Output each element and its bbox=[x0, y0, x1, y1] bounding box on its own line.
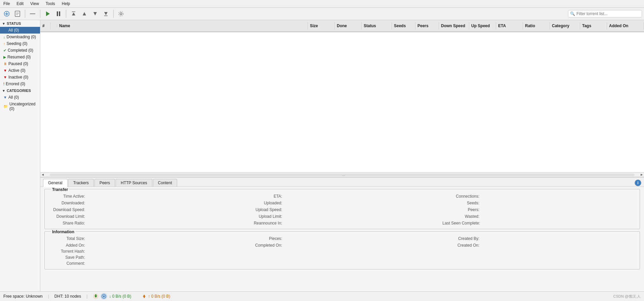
sidebar-item-all[interactable]: ▼ All (0) bbox=[0, 27, 40, 34]
col-header-tags[interactable]: Tags bbox=[580, 22, 607, 30]
tab-info-button[interactable]: i bbox=[635, 180, 641, 186]
col-header-num[interactable]: # bbox=[40, 22, 50, 30]
sidebar-item-errored[interactable]: ! Errored (0) bbox=[0, 81, 40, 87]
col-header-peers[interactable]: Peers bbox=[415, 22, 439, 30]
col-header-ratio[interactable]: Ratio bbox=[523, 22, 550, 30]
move-top-button[interactable] bbox=[69, 9, 78, 18]
tab-trackers[interactable]: Trackers bbox=[68, 179, 94, 187]
info-row-comment: Comment: bbox=[48, 260, 636, 266]
connections-label: Connections: bbox=[442, 194, 479, 199]
sidebar-item-resumed[interactable]: ▶ Resumed (0) bbox=[0, 54, 40, 60]
menu-tools[interactable]: Tools bbox=[44, 1, 57, 7]
sidebar-item-cat-all[interactable]: ▼ All (0) bbox=[0, 94, 40, 101]
transfer-legend: Transfer bbox=[51, 187, 69, 192]
svg-point-17 bbox=[119, 11, 123, 16]
col-header-eta[interactable]: ETA bbox=[496, 22, 523, 30]
menu-edit[interactable]: Edit bbox=[14, 1, 26, 7]
svg-marker-15 bbox=[104, 12, 108, 15]
info-row-seeds: Seeds: bbox=[442, 200, 636, 206]
sidebar-item-completed[interactable]: ✔ Completed (0) bbox=[0, 47, 40, 54]
toolbar-sep-2 bbox=[40, 10, 40, 18]
hscroll-left-arrow[interactable]: ◀ bbox=[40, 172, 45, 177]
toolbar-sep-3 bbox=[66, 10, 66, 18]
col-header-addedon[interactable]: Added On bbox=[607, 22, 644, 30]
time-active-label: Time Active: bbox=[48, 194, 85, 199]
status-arrow-icon: ▼ bbox=[2, 22, 5, 26]
uploaded-label: Uploaded: bbox=[245, 201, 282, 205]
status-sep-2: | bbox=[86, 294, 87, 299]
comment-label: Comment: bbox=[48, 261, 85, 266]
tab-peers[interactable]: Peers bbox=[94, 179, 115, 187]
filter-input[interactable] bbox=[568, 10, 642, 17]
svg-rect-8 bbox=[57, 11, 58, 16]
sidebar-downloading-label: Downloading (0) bbox=[7, 35, 36, 39]
sidebar-uncategorized-label: Uncategorized (0) bbox=[9, 102, 37, 111]
status-section-label: STATUS bbox=[7, 21, 21, 26]
sidebar-seeding-label: Seeding (0) bbox=[7, 41, 28, 46]
all-icon: ▼ bbox=[3, 28, 7, 32]
hscroll-right-arrow[interactable]: ▶ bbox=[639, 172, 644, 177]
svg-rect-9 bbox=[59, 11, 61, 16]
categories-section-header[interactable]: ▼ CATEGORIES bbox=[0, 87, 40, 94]
sidebar-item-seeding[interactable]: ↑ Seeding (0) bbox=[0, 40, 40, 47]
options-button[interactable] bbox=[116, 9, 126, 18]
menu-help[interactable]: Help bbox=[60, 1, 72, 7]
sidebar-item-paused[interactable]: ⏸ Paused (0) bbox=[0, 60, 40, 67]
col-header-seeds[interactable]: Seeds bbox=[392, 22, 415, 30]
categories-arrow-icon: ▼ bbox=[2, 89, 5, 93]
move-down-button[interactable] bbox=[90, 9, 100, 18]
active-icon: ▼ bbox=[3, 68, 7, 72]
completed-icon: ✔ bbox=[3, 48, 6, 53]
svg-point-16 bbox=[120, 13, 122, 15]
menu-view[interactable]: View bbox=[28, 1, 41, 7]
hscroll-dots: ... bbox=[342, 173, 345, 177]
resume-button[interactable] bbox=[43, 9, 52, 18]
information-fieldset: Information Total Size: Pieces: Created … bbox=[44, 231, 640, 269]
tab-http-sources[interactable]: HTTP Sources bbox=[116, 179, 152, 187]
save-path-label: Save Path: bbox=[48, 255, 85, 260]
tab-general[interactable]: General bbox=[43, 179, 68, 187]
sidebar-paused-label: Paused (0) bbox=[8, 61, 28, 66]
sidebar-item-uncategorized[interactable]: 📁 Uncategorized (0) bbox=[0, 101, 40, 112]
svg-rect-20 bbox=[95, 294, 96, 296]
col-header-category[interactable]: Category bbox=[550, 22, 580, 30]
col-header-done[interactable]: Done bbox=[335, 22, 362, 30]
move-bottom-button[interactable] bbox=[101, 9, 111, 18]
hscroll[interactable]: ◀ ... ▶ bbox=[40, 172, 644, 177]
info-row-completed-on: Completed On: bbox=[245, 242, 439, 248]
categories-section-label: CATEGORIES bbox=[7, 89, 31, 93]
toolbar-sep-4 bbox=[113, 10, 114, 18]
svg-marker-13 bbox=[93, 12, 97, 15]
col-header-downspeed[interactable]: Down Speed bbox=[439, 22, 469, 30]
toolbar: — 🔍 bbox=[0, 8, 644, 20]
sidebar-item-active[interactable]: ▼ Active (0) bbox=[0, 67, 40, 74]
col-header-name[interactable]: Name bbox=[57, 22, 308, 30]
dl-speed-value: ↓ 0 B/s (0 B) bbox=[109, 294, 131, 299]
add-torrent-url-button[interactable] bbox=[2, 9, 11, 18]
col-header-upspeed[interactable]: Up Speed bbox=[469, 22, 496, 30]
sidebar-errored-label: Errored (0) bbox=[6, 82, 25, 86]
info-row-share-ratio: Share Ratio: bbox=[48, 220, 242, 226]
ul-limit-label: Upload Limit: bbox=[245, 214, 282, 219]
info-row-ul-limit: Upload Limit: bbox=[245, 213, 439, 219]
pause-button[interactable] bbox=[54, 9, 63, 18]
eta-label: ETA: bbox=[245, 194, 282, 199]
status-section-header[interactable]: ▼ STATUS bbox=[0, 20, 40, 27]
add-torrent-file-button[interactable] bbox=[13, 9, 22, 18]
info-row-dl-speed: Download Speed: bbox=[48, 207, 242, 213]
col-header-flag[interactable] bbox=[50, 24, 57, 27]
info-row-save-path: Save Path: bbox=[48, 254, 636, 260]
remove-torrent-button[interactable]: — bbox=[28, 9, 37, 18]
search-icon: 🔍 bbox=[570, 11, 575, 16]
info-row-uploaded: Uploaded: bbox=[245, 200, 439, 206]
col-header-size[interactable]: Size bbox=[308, 22, 335, 30]
uncategorized-icon: 📁 bbox=[3, 104, 8, 109]
sidebar-item-downloading[interactable]: ↓ Downloading (0) bbox=[0, 34, 40, 40]
info-row-ul-speed: Upload Speed: bbox=[245, 207, 439, 213]
move-up-button[interactable] bbox=[80, 9, 89, 18]
svg-marker-11 bbox=[72, 12, 75, 15]
sidebar-item-inactive[interactable]: ▼ Inactive (0) bbox=[0, 74, 40, 81]
col-header-status[interactable]: Status bbox=[362, 22, 392, 30]
menu-file[interactable]: File bbox=[1, 1, 12, 7]
tab-content[interactable]: Content bbox=[153, 179, 177, 187]
